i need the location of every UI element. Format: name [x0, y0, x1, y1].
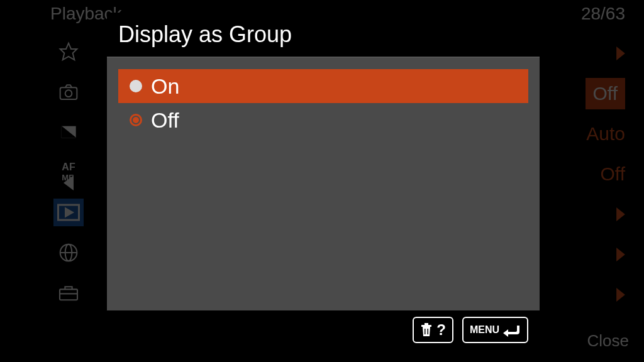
dialog-footer: ? MENU — [107, 310, 540, 349]
toolbox-icon — [53, 279, 84, 307]
radio-icon — [130, 114, 142, 126]
bg-right-column: Off Auto Off — [586, 38, 625, 310]
svg-marker-10 — [616, 47, 625, 60]
svg-marker-12 — [616, 248, 625, 261]
menu-back-button[interactable]: MENU — [462, 317, 528, 343]
option-on[interactable]: On — [118, 69, 528, 103]
svg-rect-17 — [428, 329, 429, 334]
option-label: On — [151, 74, 179, 99]
bg-page-counter: 28/63 — [581, 4, 625, 24]
trash-icon — [420, 323, 433, 337]
radio-icon — [130, 80, 142, 92]
svg-marker-9 — [64, 175, 74, 190]
help-button[interactable]: ? — [413, 317, 453, 343]
svg-rect-1 — [60, 87, 77, 99]
dialog-header: Display as Group — [107, 13, 540, 58]
svg-marker-5 — [66, 209, 73, 216]
display-as-group-dialog: Display as Group On Off ? MENU — [107, 13, 540, 349]
bg-chevron-icon — [616, 38, 625, 69]
bg-value-off: Off — [586, 78, 625, 109]
dialog-title: Display as Group — [118, 21, 528, 48]
svg-rect-14 — [421, 325, 431, 327]
bg-value-off2: Off — [601, 158, 625, 190]
playback-icon — [53, 199, 84, 226]
star-icon — [53, 38, 84, 65]
svg-rect-8 — [60, 289, 77, 300]
back-arrow-icon — [503, 323, 521, 337]
bg-close-label: Close — [587, 331, 629, 351]
svg-rect-15 — [425, 323, 428, 325]
svg-rect-16 — [425, 329, 426, 334]
bg-chevron-icon — [616, 199, 625, 230]
svg-point-2 — [65, 90, 72, 97]
option-label: Off — [151, 108, 179, 133]
bg-chevron-icon — [616, 239, 625, 270]
svg-marker-11 — [616, 207, 625, 221]
help-symbol: ? — [436, 321, 446, 339]
dialog-body: On Off — [107, 58, 540, 310]
globe-icon — [53, 239, 84, 266]
svg-marker-0 — [60, 43, 77, 60]
bg-chevron-icon — [616, 279, 625, 310]
option-off[interactable]: Off — [118, 103, 528, 137]
exposure-icon — [53, 118, 84, 146]
nav-left-arrow-icon — [63, 175, 74, 195]
camera-icon — [53, 78, 84, 106]
bg-sidebar: AFMF — [53, 38, 84, 307]
menu-label: MENU — [470, 324, 499, 336]
svg-marker-13 — [616, 288, 625, 302]
bg-value-auto: Auto — [586, 118, 625, 150]
